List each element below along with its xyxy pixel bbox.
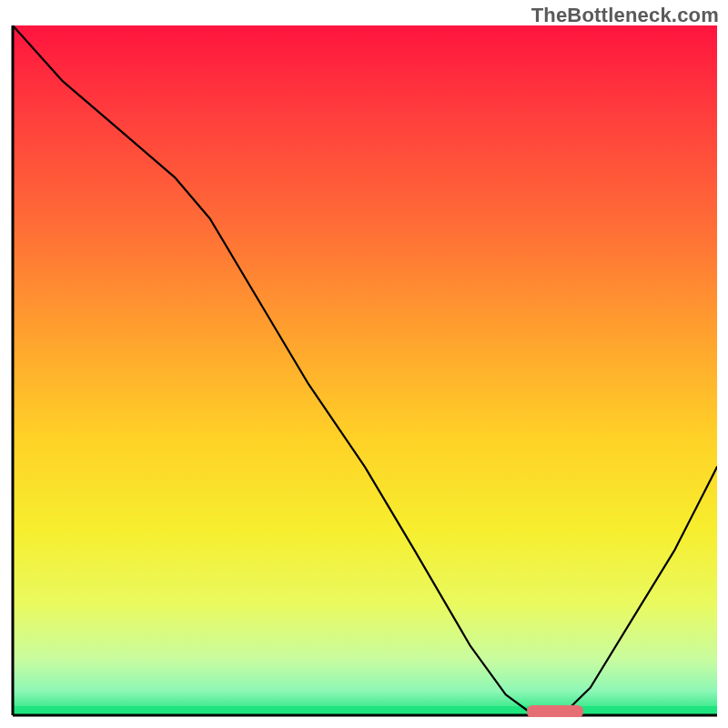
chart-svg [11, 25, 717, 717]
optimal-marker [527, 705, 583, 717]
plot-area [11, 25, 717, 717]
chart-container: TheBottleneck.com [0, 0, 728, 728]
watermark-text: TheBottleneck.com [531, 4, 719, 27]
